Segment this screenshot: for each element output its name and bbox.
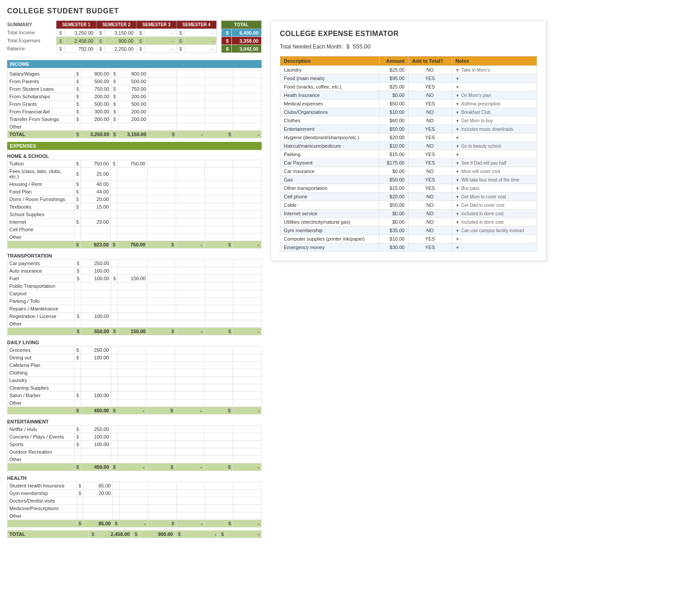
semester-summary-table: SEMESTER 1 SEMESTER 2 SEMESTER 3 SEMESTE… bbox=[56, 20, 217, 53]
sem3-header: SEMESTER 3 bbox=[137, 21, 177, 29]
expense-subsection-table: Tuition $ 750.00 $ 750.00 Fees (class, l… bbox=[7, 160, 262, 249]
summary-expenses-row: $2,458.00 $900.00 $- $- bbox=[57, 37, 217, 45]
expense-item-row: Groceries $ 250.00 bbox=[8, 346, 262, 354]
summary-expenses-label: Total Expenses bbox=[7, 36, 52, 44]
expense-section-total-row: $ 450.00 $ - $ - $ - bbox=[8, 407, 262, 415]
s1-expenses: 2,458.00 bbox=[65, 37, 97, 45]
expense-item-row: Sports $ 100.00 bbox=[8, 441, 262, 448]
expense-section-total-row: $ 85.00 $ - $ - $ - bbox=[8, 520, 262, 527]
income-item-row: From Parents $ 500.00 $ 500.00 bbox=[8, 78, 262, 85]
page-title: COLLEGE STUDENT BUDGET bbox=[7, 7, 688, 15]
estimator-item-row: Laundry $25.00 NO ▼Take to Mom's bbox=[280, 66, 537, 74]
summary-balance-row: $792.00 $2,250.00 $- $- bbox=[57, 45, 217, 53]
estimator-item-row: Medical expenses $50.00 YES ▼Asthma pres… bbox=[280, 100, 537, 108]
sem4-header: SEMESTER 4 bbox=[177, 21, 217, 29]
income-item-row: From Financial Aid $ 300.00 $ 200.00 bbox=[8, 108, 262, 116]
income-item-row: Other bbox=[8, 123, 262, 131]
s4-balance: - bbox=[185, 45, 217, 53]
estimator-item-row: Entertainment $50.00 YES ▼Includes music… bbox=[280, 125, 537, 133]
expense-item-row: Gym membership $ 20.00 bbox=[8, 490, 262, 497]
estimator-item-row: Parking $15.00 YES ▼ bbox=[280, 150, 537, 159]
expense-item-row: Internet $ 29.00 bbox=[8, 218, 262, 226]
expense-item-row: Cleaning Supplies bbox=[8, 384, 262, 392]
total-income-row: $6,400.00 bbox=[222, 29, 262, 37]
expense-item-row: Other bbox=[8, 234, 262, 241]
expense-item-row: Dining out $ 100.00 bbox=[8, 354, 262, 362]
s2-expenses: 900.00 bbox=[105, 37, 137, 45]
expense-item-row: Auto insurance $ 100.00 bbox=[8, 267, 262, 275]
estimator-item-row: Gym membership $35.00 NO ▼Can use campus… bbox=[280, 226, 537, 235]
expense-subsection-table: Netflix / Hulu $ 250.00 Concerts / Plays… bbox=[7, 425, 262, 471]
total-expenses-val: 3,358.00 bbox=[231, 37, 261, 45]
expense-item-row: Other bbox=[8, 399, 262, 407]
s3-balance: - bbox=[145, 45, 177, 53]
expense-item-row: Student Health Insurance $ 65.00 bbox=[8, 482, 262, 490]
expense-section-total-row: $ 450.00 $ - $ - $ - bbox=[8, 463, 262, 471]
expense-section-total-row: $ 923.00 $ 750.00 $ - $ - bbox=[8, 241, 262, 249]
estimator-item-row: Emergency money $30.00 YES ▼ bbox=[280, 243, 537, 252]
grand-total-s1: 2,458.00 bbox=[96, 531, 132, 538]
estimator-item-row: Haircut/manicure/pedicure $10.00 NO ▼Go … bbox=[280, 142, 537, 150]
estimator-item-row: Cell phone $20.00 NO ▼Get Mom to cover c… bbox=[280, 193, 537, 201]
s2-balance: 2,250.00 bbox=[105, 45, 137, 53]
expense-item-row: Registration / License $ 100.00 bbox=[8, 313, 262, 320]
estimator-item-row: Food (snacks, coffee, etc.) $25.00 YES ▼ bbox=[280, 83, 537, 91]
expense-subsection-header: HEALTH bbox=[7, 474, 262, 482]
income-table: Salary/Wages $ 800.00 $ 800.00 From Pare… bbox=[7, 70, 262, 138]
estimator-item-row: Clubs/Organizations $10.00 NO ▼Breakfast… bbox=[280, 108, 537, 117]
summary-income-label: Total Income bbox=[7, 28, 52, 36]
col-notes: Notes bbox=[452, 56, 537, 66]
expense-item-row: Dorm / Room Furnishings $ 20.00 bbox=[8, 196, 262, 203]
expense-item-row: Public Transportation bbox=[8, 282, 262, 290]
grand-total-s3: - bbox=[183, 531, 218, 538]
expense-item-row: Fuel $ 100.00 $ 150.00 bbox=[8, 275, 262, 282]
income-item-row: Salary/Wages $ 800.00 $ 800.00 bbox=[8, 70, 262, 78]
summary-header: SUMMARY bbox=[7, 20, 52, 28]
estimator-item-row: Cable $50.00 NO ▼Get Dad to cover cost bbox=[280, 201, 537, 209]
col-amount: Amount bbox=[379, 56, 408, 66]
total-needed-label: Total Needed Each Month: bbox=[280, 44, 343, 50]
expense-item-row: Other bbox=[8, 456, 262, 463]
estimator-item-row: Utilities (electricity/natural gas) $0.0… bbox=[280, 218, 537, 226]
expense-item-row: Housing / Rent $ 40.00 bbox=[8, 181, 262, 188]
sem1-header: SEMESTER 1 bbox=[57, 21, 97, 29]
estimator-title: COLLEGE EXPENSE ESTIMATOR bbox=[280, 30, 537, 38]
expense-item-row: Laundry bbox=[8, 377, 262, 384]
expense-item-row: Car payments $ 250.00 bbox=[8, 260, 262, 267]
col-add: Add to Total? bbox=[408, 56, 452, 66]
expense-item-row: School Supplies bbox=[8, 211, 262, 218]
grand-total-s2: 900.00 bbox=[139, 531, 175, 538]
income-item-row: From Grants $ 500.00 $ 500.00 bbox=[8, 101, 262, 108]
total-summary-table: TOTAL $6,400.00 $3,358.00 $3,042.00 bbox=[221, 20, 262, 53]
expense-item-row: Other bbox=[8, 512, 262, 520]
col-desc: Description bbox=[280, 56, 380, 66]
expense-item-row: Textbooks $ 15.00 bbox=[8, 203, 262, 211]
income-item-row: From Scholarships $ 200.00 $ 200.00 bbox=[8, 93, 262, 101]
total-header: TOTAL bbox=[222, 21, 262, 29]
expense-item-row: Cafeteria Plan bbox=[8, 362, 262, 369]
grand-total-table: TOTAL $ 2,458.00 $ 900.00 $ - $ - bbox=[7, 530, 262, 538]
estimator-item-row: Heath Insurance $0.00 NO ▼On Mom's plan bbox=[280, 91, 537, 100]
expense-item-row: Tuition $ 750.00 $ 750.00 bbox=[8, 160, 262, 168]
expense-item-row: Fees (class, labs, clubs, etc.) $ 25.00 bbox=[8, 168, 262, 181]
estimator-header-row: Description Amount Add to Total? Notes bbox=[280, 56, 537, 66]
estimator-item-row: Food (main meals) $95.00 YES ▼ bbox=[280, 74, 537, 83]
grand-total-s4: - bbox=[226, 531, 262, 538]
income-header: INCOME bbox=[7, 60, 262, 68]
total-balance-row: $3,042.00 bbox=[222, 45, 262, 53]
estimator-item-row: Car Insurance $0.00 NO ▼Mom will cover c… bbox=[280, 167, 537, 176]
total-needed-amount: 555.00 bbox=[353, 43, 371, 50]
total-expenses-row: $3,358.00 bbox=[222, 37, 262, 45]
s3-expenses: - bbox=[145, 37, 177, 45]
expense-subsection-table: Car payments $ 250.00 Auto insurance $ 1… bbox=[7, 259, 262, 335]
total-needed-row: Total Needed Each Month: $ 555.00 bbox=[280, 43, 537, 50]
expense-item-row: Clothing bbox=[8, 369, 262, 377]
summary-balance-label: Balance bbox=[7, 44, 52, 52]
expenses-header: EXPENSES bbox=[7, 142, 262, 150]
s3-income: - bbox=[145, 29, 177, 37]
income-total-row: TOTAL $ 3,250.00 $ 3,150.00 $ - $ - bbox=[8, 131, 262, 138]
total-balance-val: 3,042.00 bbox=[231, 45, 261, 53]
estimator-item-row: Internet service $0.00 NO ▼Included in d… bbox=[280, 209, 537, 218]
estimator-panel: COLLEGE EXPENSE ESTIMATOR Total Needed E… bbox=[271, 20, 546, 261]
estimator-item-row: Hygiene (deodorant/shampoo/etc.) $20.00 … bbox=[280, 133, 537, 142]
